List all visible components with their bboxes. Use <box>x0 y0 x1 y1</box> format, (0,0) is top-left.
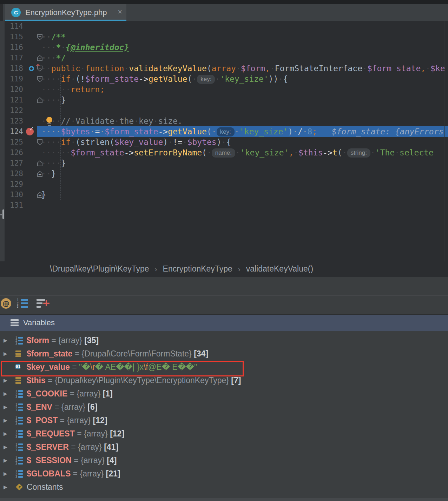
expand-arrow-icon[interactable]: ▶ <box>4 444 7 450</box>
whitespace-dot: · <box>71 116 75 126</box>
line-number: 119 <box>0 74 23 84</box>
code-line: 114 <box>0 21 448 32</box>
whitespace-dot: · <box>41 127 46 136</box>
code-line-text: ····} <box>41 158 66 168</box>
whitespace-dot: · <box>51 116 56 126</box>
whitespace-dot: · <box>51 85 56 94</box>
variable-count: [34] <box>194 349 208 358</box>
line-number: 122 <box>0 105 23 116</box>
whitespace-dot: · <box>41 43 46 52</box>
variable-type: {array} <box>77 389 103 398</box>
gutter-marker-dot <box>0 214 2 215</box>
whitespace-dot: · <box>46 159 51 168</box>
variable-row[interactable]: ▶123$form = {array} [35] <box>0 334 448 347</box>
variable-text: $_COOKIE = {array} [1] <box>27 389 113 399</box>
tab-encryptionkeytype[interactable]: C EncryptionKeyType.php × <box>5 4 126 21</box>
breadcrumb-item[interactable]: validateKeyValue() <box>246 264 313 273</box>
expand-arrow-icon[interactable]: ▶ <box>4 471 7 476</box>
expand-arrow-icon[interactable]: ▶ <box>4 484 7 490</box>
code-line: 116···*·{@inheritdoc} <box>0 42 448 53</box>
constants-label: Constants <box>27 482 63 492</box>
variable-type: {array} <box>84 429 110 438</box>
whitespace-dot: · <box>41 159 46 168</box>
expand-arrow-icon[interactable]: ▶ <box>4 457 7 463</box>
whitespace-dot: · <box>426 64 430 73</box>
code-line: 118↑−··public·function·validateKeyValue(… <box>0 63 448 74</box>
whitespace-dot: · <box>71 138 75 147</box>
whitespace-dot: · <box>51 138 56 147</box>
code-line: 121−····} <box>0 95 448 105</box>
window-bottom-strip <box>0 498 448 501</box>
whitespace-dot: · <box>46 95 51 105</box>
close-icon[interactable]: × <box>118 7 122 16</box>
variable-row[interactable]: ▶123$_SESSION = {array} [4] <box>0 454 448 467</box>
variable-row[interactable]: ▶123$_ENV = {array} [6] <box>0 401 448 414</box>
code-line: 115−··/** <box>0 32 448 42</box>
add-watch-icon[interactable]: + <box>37 298 49 309</box>
expand-arrow-icon[interactable]: ▶ <box>4 431 7 436</box>
whitespace-dot: · <box>56 116 61 126</box>
variable-row[interactable]: ▶123$GLOBALS = {array} [21] <box>0 467 448 481</box>
variable-row[interactable]: ▶cConstants <box>0 481 448 494</box>
variable-row[interactable]: ▶123$_COOKIE = {array} [1] <box>0 387 448 401</box>
line-number: 117 <box>0 53 23 63</box>
line-number: 120 <box>0 84 23 95</box>
variable-count: [21] <box>106 469 120 478</box>
expand-arrow-icon[interactable]: ▶ <box>4 338 7 343</box>
expand-arrow-icon[interactable]: ▶ <box>4 404 7 410</box>
expand-arrow-icon[interactable]: ▶ <box>4 351 7 356</box>
whitespace-dot: · <box>362 64 367 73</box>
code-line: 122 <box>0 105 448 116</box>
variable-count: [1] <box>103 389 113 398</box>
variable-row[interactable]: ▶123$_SERVER = {array} [41] <box>0 441 448 454</box>
whitespace-dot: · <box>41 138 46 147</box>
variable-name: $_COOKIE <box>27 389 67 398</box>
code-line: 131 <box>0 200 448 211</box>
variable-count: [41] <box>104 442 118 452</box>
whitespace-dot: · <box>41 85 46 94</box>
variable-row[interactable]: ▶123$_POST = {array} [12] <box>0 414 448 427</box>
variable-text: $this = {Drupal\key\Plugin\KeyType\Encry… <box>27 376 241 385</box>
whitespace-dot: · <box>294 148 298 157</box>
variable-row[interactable]: ▶$form_state = {Drupal\Core\Form\FormSta… <box>0 347 448 361</box>
line-number: 123 <box>0 116 23 126</box>
whitespace-dot: · <box>46 43 51 52</box>
variables-panel-title: Variables <box>23 318 55 327</box>
variable-text: $_ENV = {array} [6] <box>27 402 97 412</box>
expand-arrow-icon[interactable]: ▶ <box>4 417 7 423</box>
numbered-list-icon[interactable]: 123 <box>17 298 29 309</box>
tab-title: EncryptionKeyType.php <box>25 8 107 17</box>
variable-type: {Drupal\key\Plugin\KeyType\EncryptionKey… <box>55 376 231 385</box>
breadcrumb-item[interactable]: \Drupal\key\Plugin\KeyType <box>50 264 149 273</box>
whitespace-dot: · <box>192 74 197 84</box>
whitespace-dot: · <box>56 138 61 147</box>
whitespace-dot: · <box>51 148 56 157</box>
line-number: 125 <box>0 137 23 147</box>
code-editor[interactable]: 114115−··/**116···*·{@inheritdoc}117−···… <box>0 21 448 261</box>
variable-count: [4] <box>107 456 117 465</box>
variable-text: $_SERVER = {array} [41] <box>27 442 118 452</box>
variable-type: {array} <box>81 456 107 465</box>
code-line: 125−····if·(strlen($key_value)·!=·$bytes… <box>0 137 448 147</box>
code-line: 129 <box>0 179 448 189</box>
breakpoint-icon[interactable]: ✓ <box>26 128 34 135</box>
expand-arrow-icon[interactable]: ▶ <box>4 378 7 383</box>
whitespace-dot: · <box>61 148 66 157</box>
code-line: 123····//·Validate·the·key·size. <box>0 116 448 126</box>
line-number: 128 <box>0 168 23 179</box>
editor-tab-bar: C EncryptionKeyType.php × <box>0 4 448 21</box>
whitespace-dot: · <box>56 95 61 105</box>
expand-arrow-icon[interactable]: ▶ <box>4 391 7 396</box>
whitespace-dot: · <box>51 53 56 62</box>
whitespace-dot: · <box>222 138 226 147</box>
variable-row[interactable]: ▶123$_REQUEST = {array} [12] <box>0 427 448 441</box>
whitespace-dot: · <box>370 148 375 157</box>
breadcrumb-item[interactable]: EncryptionKeyType <box>163 264 232 273</box>
variable-count: [12] <box>93 416 107 425</box>
line-number: 130 <box>0 189 23 200</box>
at-mentions-icon[interactable]: @ <box>1 298 11 309</box>
scrollbar-thumb[interactable] <box>2 209 4 219</box>
code-line: 124✓····$bytes·=·$form_state->getValue(·… <box>0 126 448 137</box>
whitespace-dot: · <box>56 74 61 84</box>
variable-type: {array} <box>78 442 104 452</box>
